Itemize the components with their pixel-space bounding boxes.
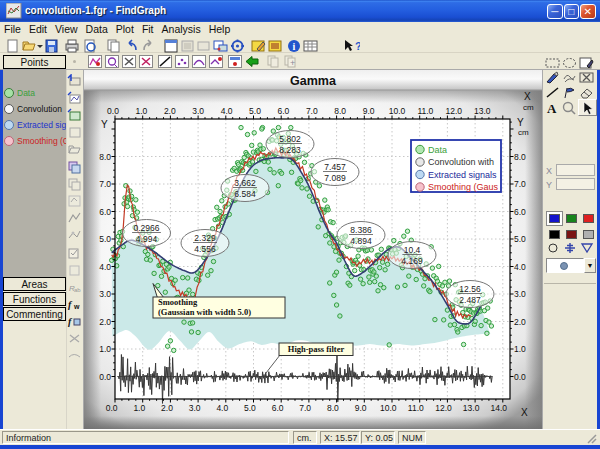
svg-text:1.0: 1.0 bbox=[133, 403, 145, 413]
svg-text:12.0: 12.0 bbox=[435, 403, 452, 413]
svg-text:2.0: 2.0 bbox=[164, 106, 176, 116]
svg-text:Smoothing (Gaus: Smoothing (Gaus bbox=[428, 182, 499, 192]
svg-text:(Gaussian with width 5.0): (Gaussian with width 5.0) bbox=[158, 307, 251, 317]
svg-text:13.0: 13.0 bbox=[474, 106, 491, 116]
svg-text:f: f bbox=[68, 316, 73, 327]
svg-text:cm: cm bbox=[518, 128, 529, 137]
svg-text:High-pass filter: High-pass filter bbox=[288, 344, 345, 354]
svg-text:1.0: 1.0 bbox=[514, 344, 526, 354]
svg-text:10.4: 10.4 bbox=[404, 245, 421, 255]
svg-text:8.0: 8.0 bbox=[327, 403, 339, 413]
svg-text:0.2966: 0.2966 bbox=[134, 223, 160, 233]
svg-text:5.0: 5.0 bbox=[249, 106, 261, 116]
svg-text:8.0: 8.0 bbox=[514, 152, 526, 162]
svg-text:3.0: 3.0 bbox=[99, 289, 111, 299]
svg-text:w: w bbox=[73, 303, 80, 310]
svg-text:7.457: 7.457 bbox=[324, 162, 346, 172]
svg-text:X: X bbox=[524, 91, 531, 102]
svg-text:Convolution with: Convolution with bbox=[428, 157, 494, 167]
svg-text:7.0: 7.0 bbox=[306, 106, 318, 116]
svg-text:5.0: 5.0 bbox=[244, 403, 256, 413]
svg-text:14.0: 14.0 bbox=[491, 403, 508, 413]
svg-text:11.0: 11.0 bbox=[408, 403, 424, 413]
svg-text:2.329: 2.329 bbox=[194, 233, 216, 243]
svg-text:4.994: 4.994 bbox=[136, 234, 158, 244]
svg-text:4.0: 4.0 bbox=[99, 262, 111, 272]
svg-text:3.0: 3.0 bbox=[514, 289, 526, 299]
svg-text:9.0: 9.0 bbox=[363, 106, 375, 116]
svg-text:6.0: 6.0 bbox=[277, 106, 289, 116]
svg-text:12.56: 12.56 bbox=[459, 284, 481, 294]
svg-text:6.0: 6.0 bbox=[514, 207, 526, 217]
svg-text:4.0: 4.0 bbox=[221, 106, 233, 116]
svg-text:4.894: 4.894 bbox=[350, 236, 372, 246]
svg-text:Y: Y bbox=[517, 117, 524, 128]
svg-text:?: ? bbox=[355, 40, 360, 52]
svg-text:0.0: 0.0 bbox=[106, 403, 118, 413]
svg-text:cm: cm bbox=[523, 103, 534, 112]
svg-text:+: + bbox=[290, 58, 295, 68]
svg-text:10.0: 10.0 bbox=[389, 106, 406, 116]
svg-text:3.0: 3.0 bbox=[192, 106, 204, 116]
svg-text:Smoothing: Smoothing bbox=[158, 297, 198, 307]
svg-text:13.0: 13.0 bbox=[463, 403, 480, 413]
svg-text:Data: Data bbox=[428, 145, 447, 155]
svg-text:7.089: 7.089 bbox=[324, 173, 346, 183]
svg-text:A: A bbox=[547, 101, 557, 115]
svg-text:1.0: 1.0 bbox=[99, 344, 111, 354]
svg-text:2.487: 2.487 bbox=[459, 295, 481, 305]
svg-text:8.386: 8.386 bbox=[350, 225, 372, 235]
svg-text:4.0: 4.0 bbox=[216, 403, 228, 413]
svg-text:4.556: 4.556 bbox=[194, 244, 216, 254]
svg-text:8.0: 8.0 bbox=[334, 106, 346, 116]
svg-text:7.0: 7.0 bbox=[99, 179, 111, 189]
svg-text:0.0: 0.0 bbox=[99, 372, 111, 382]
svg-text:8.0: 8.0 bbox=[99, 152, 111, 162]
svg-text:11.0: 11.0 bbox=[417, 106, 433, 116]
svg-text:6.0: 6.0 bbox=[99, 207, 111, 217]
svg-text:f: f bbox=[68, 299, 73, 310]
svg-text:7.0: 7.0 bbox=[514, 179, 526, 189]
svg-text:2.0: 2.0 bbox=[514, 317, 526, 327]
svg-text:5.0: 5.0 bbox=[99, 234, 111, 244]
svg-text:0.0: 0.0 bbox=[514, 372, 526, 382]
svg-text:5.0: 5.0 bbox=[514, 234, 526, 244]
svg-text:6.584: 6.584 bbox=[234, 189, 256, 199]
svg-text:8.283: 8.283 bbox=[279, 145, 301, 155]
svg-text:6.0: 6.0 bbox=[272, 403, 284, 413]
svg-text:7.0: 7.0 bbox=[299, 403, 311, 413]
svg-text:X: X bbox=[521, 407, 528, 418]
svg-text:Y: Y bbox=[101, 119, 108, 130]
svg-text:12.0: 12.0 bbox=[446, 106, 463, 116]
svg-text:10.0: 10.0 bbox=[380, 403, 397, 413]
svg-text:2.0: 2.0 bbox=[99, 317, 111, 327]
svg-text:i: i bbox=[293, 41, 296, 52]
svg-text:4.169: 4.169 bbox=[401, 256, 423, 266]
svg-text:9.0: 9.0 bbox=[355, 403, 367, 413]
svg-text:ab: ab bbox=[74, 287, 81, 293]
svg-text:2.0: 2.0 bbox=[161, 403, 173, 413]
svg-text:3.662: 3.662 bbox=[234, 178, 256, 188]
svg-text:Gamma: Gamma bbox=[290, 74, 337, 88]
svg-text:4.0: 4.0 bbox=[514, 262, 526, 272]
svg-text:5.802: 5.802 bbox=[279, 134, 301, 144]
svg-text:0.0: 0.0 bbox=[107, 106, 119, 116]
svg-text:Extracted signals: Extracted signals bbox=[428, 170, 497, 180]
svg-text:1.0: 1.0 bbox=[135, 106, 147, 116]
svg-text:3.0: 3.0 bbox=[189, 403, 201, 413]
